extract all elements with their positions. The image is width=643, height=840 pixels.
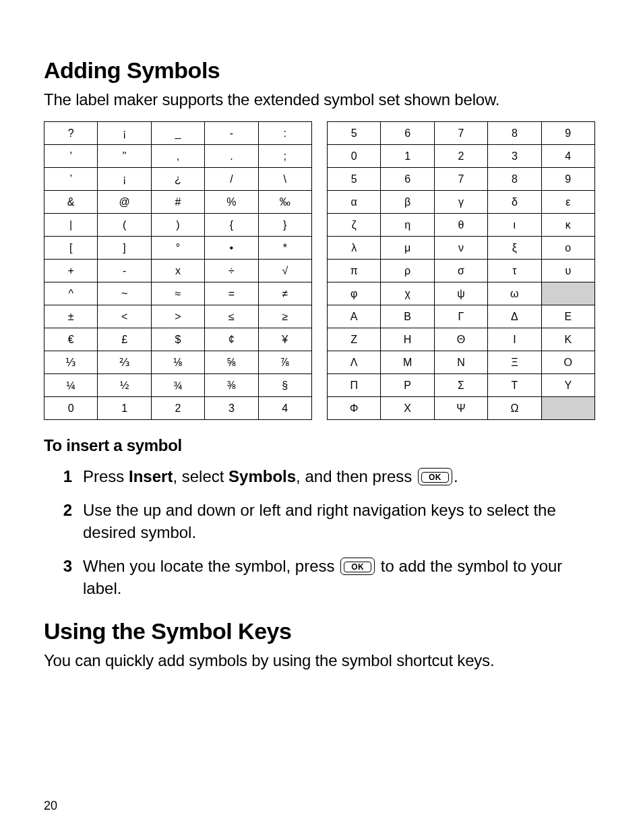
symbol-cell: φ bbox=[328, 282, 381, 305]
symbol-cell: $ bbox=[151, 328, 204, 351]
symbol-table-left: ?¡_-:'",.;’¡¿/\&@#%‰|(){}[]°•*+-x÷√^~≈=≠… bbox=[44, 121, 312, 420]
symbol-cell: 8 bbox=[488, 168, 541, 191]
symbol-table-right: 567890123456789αβγδεζηθικλμνξοπρστυφχψωΑ… bbox=[327, 121, 595, 420]
symbol-cell: = bbox=[205, 282, 258, 305]
symbol-cell: ⅜ bbox=[205, 374, 258, 397]
symbol-cell: η bbox=[381, 214, 434, 237]
symbol-cell: 6 bbox=[381, 168, 434, 191]
symbol-cell: 3 bbox=[205, 397, 258, 420]
symbol-cell: ο bbox=[541, 237, 594, 260]
symbol-cell: Α bbox=[328, 305, 381, 328]
symbol-cell: ⅔ bbox=[98, 351, 151, 374]
symbol-cell: Ο bbox=[541, 351, 594, 374]
symbol-cell: ' bbox=[44, 145, 98, 168]
symbol-cell: Ρ bbox=[381, 374, 434, 397]
symbol-tables: ?¡_-:'",.;’¡¿/\&@#%‰|(){}[]°•*+-x÷√^~≈=≠… bbox=[44, 121, 599, 420]
symbol-cell: < bbox=[98, 305, 151, 328]
intro-symbol-keys: You can quickly add symbols by using the… bbox=[44, 651, 599, 670]
symbol-cell: ± bbox=[44, 305, 98, 328]
symbol-cell: κ bbox=[541, 214, 594, 237]
step-1: 1 Press Insert, select Symbols, and then… bbox=[78, 466, 599, 487]
symbol-cell: 0 bbox=[44, 397, 98, 420]
symbol-cell: ’ bbox=[44, 168, 98, 191]
symbol-cell: ⅝ bbox=[205, 351, 258, 374]
symbol-cell: Π bbox=[328, 374, 381, 397]
symbol-cell: 5 bbox=[328, 122, 381, 145]
symbol-cell: ½ bbox=[98, 374, 151, 397]
symbol-cell: θ bbox=[434, 214, 487, 237]
symbol-cell: ε bbox=[541, 191, 594, 214]
heading-adding-symbols: Adding Symbols bbox=[44, 57, 599, 84]
symbol-cell: % bbox=[205, 191, 258, 214]
step-3: 3 When you locate the symbol, press OK t… bbox=[78, 556, 599, 599]
symbol-cell: _ bbox=[151, 122, 204, 145]
symbol-cell: 4 bbox=[258, 397, 311, 420]
symbol-cell: λ bbox=[328, 237, 381, 260]
symbol-cell: ¼ bbox=[44, 374, 98, 397]
symbol-cell: ? bbox=[44, 122, 98, 145]
symbol-cell: ÷ bbox=[205, 260, 258, 282]
symbol-cell: ρ bbox=[381, 260, 434, 282]
symbol-cell: ξ bbox=[488, 237, 541, 260]
symbol-cell bbox=[541, 282, 594, 305]
symbol-cell: @ bbox=[98, 191, 151, 214]
symbol-cell: ¥ bbox=[258, 328, 311, 351]
subhead-insert-symbol: To insert a symbol bbox=[44, 436, 599, 455]
symbol-cell: 1 bbox=[381, 145, 434, 168]
symbol-cell: 0 bbox=[328, 145, 381, 168]
page-number: 20 bbox=[44, 799, 57, 813]
symbol-cell: Σ bbox=[434, 374, 487, 397]
symbol-cell: Τ bbox=[488, 374, 541, 397]
symbol-cell: μ bbox=[381, 237, 434, 260]
symbol-cell: ¿ bbox=[151, 168, 204, 191]
symbol-cell: α bbox=[328, 191, 381, 214]
symbol-cell: £ bbox=[98, 328, 151, 351]
symbol-cell: Φ bbox=[328, 397, 381, 420]
symbol-cell: § bbox=[258, 374, 311, 397]
symbol-cell: Ψ bbox=[434, 397, 487, 420]
symbol-cell: * bbox=[258, 237, 311, 260]
symbol-cell: 7 bbox=[434, 168, 487, 191]
symbol-cell: ¾ bbox=[151, 374, 204, 397]
symbol-cell: & bbox=[44, 191, 98, 214]
heading-symbol-keys: Using the Symbol Keys bbox=[44, 618, 599, 644]
symbol-cell: Κ bbox=[541, 328, 594, 351]
symbol-cell: Ν bbox=[434, 351, 487, 374]
symbol-cell: Δ bbox=[488, 305, 541, 328]
symbol-cell: Ε bbox=[541, 305, 594, 328]
symbol-cell: χ bbox=[381, 282, 434, 305]
symbol-cell: υ bbox=[541, 260, 594, 282]
symbol-cell: Β bbox=[381, 305, 434, 328]
symbol-cell: ζ bbox=[328, 214, 381, 237]
symbol-cell: Λ bbox=[328, 351, 381, 374]
symbol-cell: δ bbox=[488, 191, 541, 214]
symbol-cell: Μ bbox=[381, 351, 434, 374]
symbol-cell: Θ bbox=[434, 328, 487, 351]
symbol-cell: , bbox=[151, 145, 204, 168]
symbol-cell: > bbox=[151, 305, 204, 328]
symbol-cell: ⅓ bbox=[44, 351, 98, 374]
symbol-cell: ⅛ bbox=[151, 351, 204, 374]
symbol-cell: σ bbox=[434, 260, 487, 282]
symbol-cell: / bbox=[205, 168, 258, 191]
symbol-cell: ≤ bbox=[205, 305, 258, 328]
symbol-cell: : bbox=[258, 122, 311, 145]
symbol-cell: + bbox=[44, 260, 98, 282]
symbol-cell: ⅞ bbox=[258, 351, 311, 374]
symbol-cell: Γ bbox=[434, 305, 487, 328]
symbol-cell: 4 bbox=[541, 145, 594, 168]
symbol-cell: ) bbox=[151, 214, 204, 237]
symbol-cell: τ bbox=[488, 260, 541, 282]
symbol-cell: Χ bbox=[381, 397, 434, 420]
ok-button-icon: OK bbox=[418, 468, 452, 485]
symbol-cell: 1 bbox=[98, 397, 151, 420]
symbol-cell: 6 bbox=[381, 122, 434, 145]
symbol-cell: Ξ bbox=[488, 351, 541, 374]
symbol-cell: 2 bbox=[151, 397, 204, 420]
insert-steps: 1 Press Insert, select Symbols, and then… bbox=[44, 466, 599, 599]
symbol-cell: √ bbox=[258, 260, 311, 282]
symbol-cell: 3 bbox=[488, 145, 541, 168]
symbol-cell: - bbox=[205, 122, 258, 145]
symbol-cell: 2 bbox=[434, 145, 487, 168]
symbol-cell bbox=[541, 397, 594, 420]
